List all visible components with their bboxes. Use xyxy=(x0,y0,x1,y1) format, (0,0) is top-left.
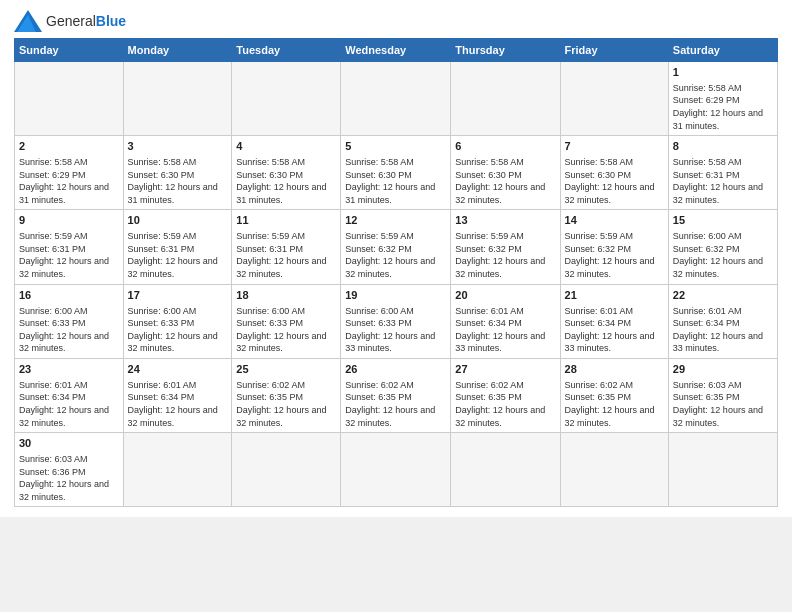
day-cell xyxy=(668,433,777,507)
day-cell: 6Sunrise: 5:58 AM Sunset: 6:30 PM Daylig… xyxy=(451,136,560,210)
day-number: 21 xyxy=(565,288,664,303)
day-cell xyxy=(560,433,668,507)
day-number: 29 xyxy=(673,362,773,377)
logo-text: GeneralBlue xyxy=(46,12,126,30)
day-number: 16 xyxy=(19,288,119,303)
day-number: 17 xyxy=(128,288,228,303)
day-cell: 30Sunrise: 6:03 AM Sunset: 6:36 PM Dayli… xyxy=(15,433,124,507)
day-info: Sunrise: 6:01 AM Sunset: 6:34 PM Dayligh… xyxy=(128,379,228,429)
week-row-0: 1Sunrise: 5:58 AM Sunset: 6:29 PM Daylig… xyxy=(15,62,778,136)
week-row-4: 23Sunrise: 6:01 AM Sunset: 6:34 PM Dayli… xyxy=(15,358,778,432)
day-number: 23 xyxy=(19,362,119,377)
day-cell: 13Sunrise: 5:59 AM Sunset: 6:32 PM Dayli… xyxy=(451,210,560,284)
day-info: Sunrise: 5:58 AM Sunset: 6:29 PM Dayligh… xyxy=(673,82,773,132)
day-info: Sunrise: 5:58 AM Sunset: 6:30 PM Dayligh… xyxy=(236,156,336,206)
day-number: 20 xyxy=(455,288,555,303)
day-info: Sunrise: 6:03 AM Sunset: 6:35 PM Dayligh… xyxy=(673,379,773,429)
day-info: Sunrise: 5:58 AM Sunset: 6:30 PM Dayligh… xyxy=(565,156,664,206)
day-cell xyxy=(341,62,451,136)
header: GeneralBlue xyxy=(14,10,778,32)
day-cell: 14Sunrise: 5:59 AM Sunset: 6:32 PM Dayli… xyxy=(560,210,668,284)
day-number: 5 xyxy=(345,139,446,154)
day-info: Sunrise: 6:02 AM Sunset: 6:35 PM Dayligh… xyxy=(455,379,555,429)
day-cell: 18Sunrise: 6:00 AM Sunset: 6:33 PM Dayli… xyxy=(232,284,341,358)
week-row-1: 2Sunrise: 5:58 AM Sunset: 6:29 PM Daylig… xyxy=(15,136,778,210)
day-number: 28 xyxy=(565,362,664,377)
day-cell: 21Sunrise: 6:01 AM Sunset: 6:34 PM Dayli… xyxy=(560,284,668,358)
day-cell: 9Sunrise: 5:59 AM Sunset: 6:31 PM Daylig… xyxy=(15,210,124,284)
day-cell: 11Sunrise: 5:59 AM Sunset: 6:31 PM Dayli… xyxy=(232,210,341,284)
day-info: Sunrise: 6:03 AM Sunset: 6:36 PM Dayligh… xyxy=(19,453,119,503)
day-number: 10 xyxy=(128,213,228,228)
day-number: 7 xyxy=(565,139,664,154)
day-number: 4 xyxy=(236,139,336,154)
day-cell: 8Sunrise: 5:58 AM Sunset: 6:31 PM Daylig… xyxy=(668,136,777,210)
day-number: 13 xyxy=(455,213,555,228)
day-cell: 22Sunrise: 6:01 AM Sunset: 6:34 PM Dayli… xyxy=(668,284,777,358)
day-cell: 7Sunrise: 5:58 AM Sunset: 6:30 PM Daylig… xyxy=(560,136,668,210)
day-info: Sunrise: 5:59 AM Sunset: 6:31 PM Dayligh… xyxy=(236,230,336,280)
day-info: Sunrise: 5:59 AM Sunset: 6:31 PM Dayligh… xyxy=(128,230,228,280)
day-number: 8 xyxy=(673,139,773,154)
day-number: 25 xyxy=(236,362,336,377)
day-cell: 25Sunrise: 6:02 AM Sunset: 6:35 PM Dayli… xyxy=(232,358,341,432)
day-number: 2 xyxy=(19,139,119,154)
weekday-header-saturday: Saturday xyxy=(668,39,777,62)
day-info: Sunrise: 5:59 AM Sunset: 6:31 PM Dayligh… xyxy=(19,230,119,280)
day-cell: 5Sunrise: 5:58 AM Sunset: 6:30 PM Daylig… xyxy=(341,136,451,210)
day-info: Sunrise: 6:01 AM Sunset: 6:34 PM Dayligh… xyxy=(19,379,119,429)
logo: GeneralBlue xyxy=(14,10,126,32)
weekday-header-sunday: Sunday xyxy=(15,39,124,62)
day-info: Sunrise: 6:01 AM Sunset: 6:34 PM Dayligh… xyxy=(455,305,555,355)
day-cell: 28Sunrise: 6:02 AM Sunset: 6:35 PM Dayli… xyxy=(560,358,668,432)
weekday-header-wednesday: Wednesday xyxy=(341,39,451,62)
day-number: 6 xyxy=(455,139,555,154)
day-info: Sunrise: 5:59 AM Sunset: 6:32 PM Dayligh… xyxy=(565,230,664,280)
day-cell: 29Sunrise: 6:03 AM Sunset: 6:35 PM Dayli… xyxy=(668,358,777,432)
day-cell: 2Sunrise: 5:58 AM Sunset: 6:29 PM Daylig… xyxy=(15,136,124,210)
day-number: 24 xyxy=(128,362,228,377)
day-cell xyxy=(560,62,668,136)
page: GeneralBlue SundayMondayTuesdayWednesday… xyxy=(0,0,792,517)
day-info: Sunrise: 6:00 AM Sunset: 6:33 PM Dayligh… xyxy=(128,305,228,355)
day-number: 27 xyxy=(455,362,555,377)
day-info: Sunrise: 5:58 AM Sunset: 6:30 PM Dayligh… xyxy=(128,156,228,206)
day-number: 18 xyxy=(236,288,336,303)
day-number: 19 xyxy=(345,288,446,303)
day-number: 3 xyxy=(128,139,228,154)
calendar-table: SundayMondayTuesdayWednesdayThursdayFrid… xyxy=(14,38,778,507)
weekday-header-tuesday: Tuesday xyxy=(232,39,341,62)
day-info: Sunrise: 5:58 AM Sunset: 6:30 PM Dayligh… xyxy=(345,156,446,206)
day-info: Sunrise: 5:58 AM Sunset: 6:29 PM Dayligh… xyxy=(19,156,119,206)
day-cell: 23Sunrise: 6:01 AM Sunset: 6:34 PM Dayli… xyxy=(15,358,124,432)
day-cell xyxy=(232,433,341,507)
day-cell xyxy=(451,433,560,507)
day-info: Sunrise: 6:00 AM Sunset: 6:33 PM Dayligh… xyxy=(19,305,119,355)
day-cell: 12Sunrise: 5:59 AM Sunset: 6:32 PM Dayli… xyxy=(341,210,451,284)
day-cell: 20Sunrise: 6:01 AM Sunset: 6:34 PM Dayli… xyxy=(451,284,560,358)
day-number: 15 xyxy=(673,213,773,228)
day-info: Sunrise: 5:59 AM Sunset: 6:32 PM Dayligh… xyxy=(345,230,446,280)
day-cell: 19Sunrise: 6:00 AM Sunset: 6:33 PM Dayli… xyxy=(341,284,451,358)
day-cell xyxy=(123,62,232,136)
day-number: 22 xyxy=(673,288,773,303)
day-info: Sunrise: 6:00 AM Sunset: 6:32 PM Dayligh… xyxy=(673,230,773,280)
day-cell xyxy=(341,433,451,507)
day-info: Sunrise: 6:00 AM Sunset: 6:33 PM Dayligh… xyxy=(236,305,336,355)
day-cell xyxy=(451,62,560,136)
weekday-row: SundayMondayTuesdayWednesdayThursdayFrid… xyxy=(15,39,778,62)
day-info: Sunrise: 5:58 AM Sunset: 6:31 PM Dayligh… xyxy=(673,156,773,206)
day-cell: 15Sunrise: 6:00 AM Sunset: 6:32 PM Dayli… xyxy=(668,210,777,284)
day-cell: 24Sunrise: 6:01 AM Sunset: 6:34 PM Dayli… xyxy=(123,358,232,432)
day-number: 1 xyxy=(673,65,773,80)
day-cell: 3Sunrise: 5:58 AM Sunset: 6:30 PM Daylig… xyxy=(123,136,232,210)
day-number: 12 xyxy=(345,213,446,228)
day-cell: 16Sunrise: 6:00 AM Sunset: 6:33 PM Dayli… xyxy=(15,284,124,358)
day-cell xyxy=(15,62,124,136)
week-row-5: 30Sunrise: 6:03 AM Sunset: 6:36 PM Dayli… xyxy=(15,433,778,507)
day-info: Sunrise: 6:01 AM Sunset: 6:34 PM Dayligh… xyxy=(673,305,773,355)
week-row-3: 16Sunrise: 6:00 AM Sunset: 6:33 PM Dayli… xyxy=(15,284,778,358)
day-cell: 26Sunrise: 6:02 AM Sunset: 6:35 PM Dayli… xyxy=(341,358,451,432)
day-info: Sunrise: 6:02 AM Sunset: 6:35 PM Dayligh… xyxy=(236,379,336,429)
week-row-2: 9Sunrise: 5:59 AM Sunset: 6:31 PM Daylig… xyxy=(15,210,778,284)
